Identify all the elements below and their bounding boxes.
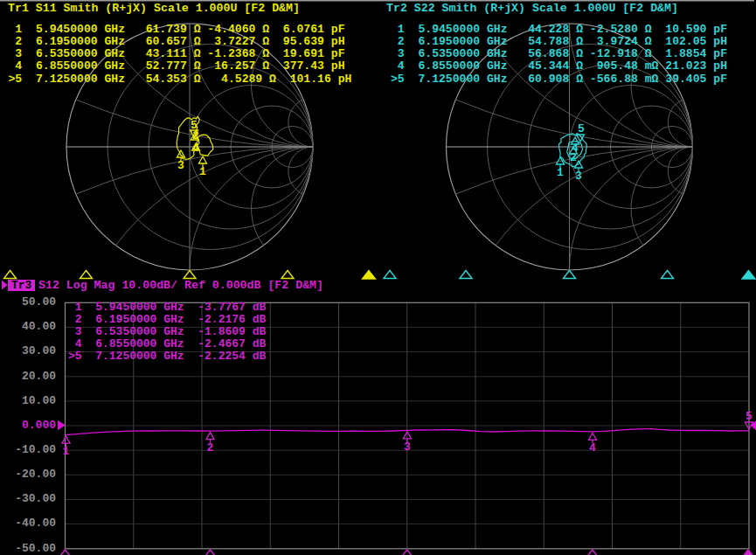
svg-text:3: 3 [404,441,411,454]
svg-text:3: 3 [177,159,184,172]
svg-text:5: 5 [746,410,753,423]
svg-text:5: 5 [578,122,585,135]
svg-text:2: 2 [570,151,577,164]
svg-text:4: 4 [589,441,596,454]
svg-text:1: 1 [557,166,564,179]
svg-text:1: 1 [199,165,206,178]
svg-text:2: 2 [192,129,199,142]
svg-text:1: 1 [63,445,70,458]
svg-text:2: 2 [207,441,214,454]
svg-text:3: 3 [575,170,582,183]
svg-text:4: 4 [192,142,199,155]
